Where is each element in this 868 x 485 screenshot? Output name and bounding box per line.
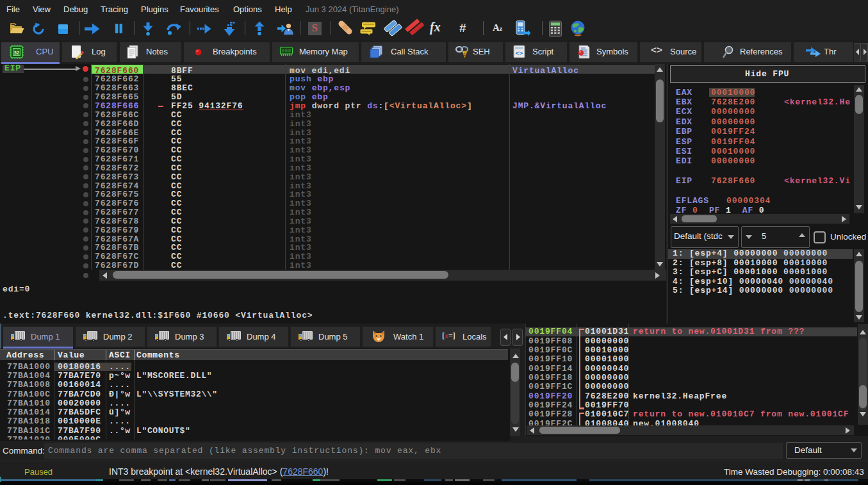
- svg-text:<>: <>: [516, 50, 523, 57]
- svg-text:32: 32: [14, 50, 20, 56]
- svg-text:!: !: [464, 52, 466, 56]
